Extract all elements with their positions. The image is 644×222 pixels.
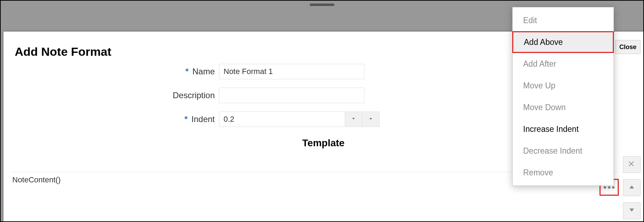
menu-item-decrease-indent[interactable]: Decrease Indent [513, 140, 614, 162]
row-context-menu: Edit Add Above Add After Move Up Move Do… [512, 7, 614, 186]
menu-item-label: Add Above [524, 38, 563, 47]
chevron-down-icon [350, 115, 357, 123]
indent-label: Indent [191, 114, 215, 124]
menu-item-label: Move Up [523, 81, 555, 90]
required-asterisk-icon: * [184, 114, 187, 124]
indent-row: * Indent [4, 112, 379, 127]
close-button[interactable]: Close [615, 40, 640, 54]
menu-item-remove[interactable]: Remove [513, 162, 614, 183]
indent-increment-button[interactable] [362, 112, 379, 127]
indent-decrement-button[interactable] [345, 112, 362, 127]
triangle-down-icon [628, 206, 636, 215]
name-input[interactable] [219, 64, 364, 79]
menu-item-label: Increase Indent [523, 125, 579, 134]
chevron-up-icon [368, 115, 374, 123]
template-row: NoteContent() [12, 175, 61, 184]
triangle-up-icon [628, 183, 636, 192]
row-action-buttons [623, 156, 640, 219]
menu-item-label: Decrease Indent [523, 146, 582, 156]
description-input[interactable] [219, 88, 364, 103]
menu-item-label: Remove [523, 168, 553, 177]
menu-item-label: Move Down [523, 103, 566, 112]
drag-handle[interactable] [310, 4, 334, 6]
menu-item-add-after[interactable]: Add After [513, 53, 614, 75]
description-label-wrap: Description [4, 90, 219, 100]
indent-spinner [219, 112, 379, 127]
name-row: * Name [4, 64, 364, 79]
menu-item-increase-indent[interactable]: Increase Indent [513, 118, 614, 140]
required-asterisk-icon: * [185, 67, 189, 76]
indent-input[interactable] [219, 112, 345, 127]
indent-label-wrap: * Indent [4, 114, 219, 124]
description-label: Description [173, 90, 215, 100]
template-row-text: NoteContent() [12, 175, 61, 184]
move-up-button[interactable] [623, 179, 640, 196]
menu-item-label: Edit [523, 16, 537, 25]
menu-item-label: Add After [523, 59, 556, 69]
name-label: Name [192, 67, 215, 76]
menu-item-move-down[interactable]: Move Down [513, 96, 614, 118]
menu-item-move-up[interactable]: Move Up [513, 75, 614, 96]
close-button-label: Close [619, 43, 636, 51]
remove-row-button[interactable] [623, 156, 640, 173]
modal-title: Add Note Format [15, 45, 111, 59]
ellipsis-icon [604, 186, 615, 189]
description-row: Description [4, 88, 364, 103]
menu-item-add-above[interactable]: Add Above [512, 31, 614, 53]
name-label-wrap: * Name [4, 67, 219, 76]
move-down-button[interactable] [623, 202, 640, 219]
close-x-icon [628, 160, 636, 169]
menu-item-edit[interactable]: Edit [513, 9, 614, 31]
